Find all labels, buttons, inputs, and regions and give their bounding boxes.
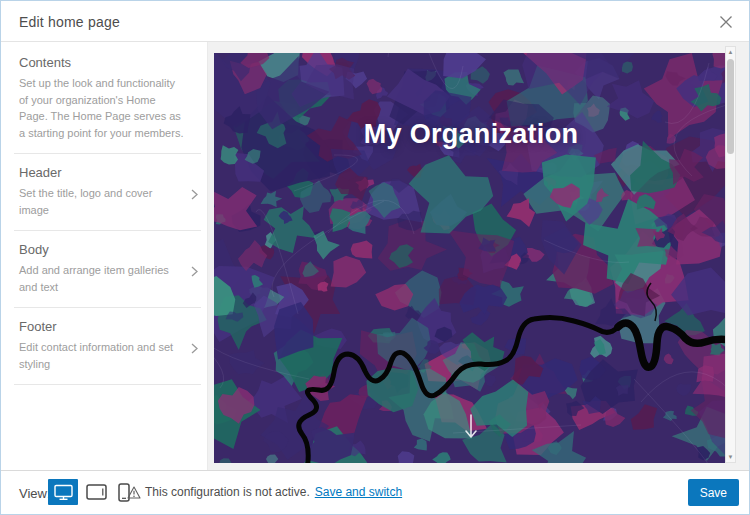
chevron-right-icon (191, 263, 198, 281)
choropleth-map (214, 53, 728, 463)
dialog-titlebar: Edit home page (1, 1, 749, 42)
contents-title: Contents (19, 55, 187, 70)
header-item-description: Set the title, logo and cover image (19, 185, 181, 218)
chevron-right-icon (191, 340, 198, 358)
preview-scrollbar[interactable]: ▲ ▼ (725, 46, 736, 463)
header-item-title: Header (19, 165, 181, 180)
save-and-switch-link[interactable]: Save and switch (315, 485, 402, 499)
desktop-view-button[interactable] (48, 479, 78, 505)
close-icon (719, 15, 733, 29)
divider (14, 384, 201, 385)
scrollbar-up-arrow[interactable]: ▲ (726, 47, 735, 57)
tablet-view-button[interactable] (81, 479, 111, 505)
close-button[interactable] (714, 10, 738, 34)
desktop-icon (54, 484, 73, 501)
contents-description: Set up the look and functionality of you… (19, 75, 187, 141)
sidebar-item-body[interactable]: Body Add and arrange item galleries and … (1, 231, 207, 307)
dialog-footer-bar: View: This configuration is not active. … (1, 470, 749, 514)
chevron-right-icon (191, 186, 198, 204)
footer-item-description: Edit contact information and set styling (19, 339, 181, 372)
scrollbar-down-arrow[interactable]: ▼ (726, 452, 735, 462)
footer-item-title: Footer (19, 319, 181, 334)
scroll-down-arrow-icon (463, 413, 479, 445)
dialog-title: Edit home page (19, 14, 120, 30)
warning-text: This configuration is not active. (145, 485, 310, 499)
view-label: View: (19, 486, 51, 501)
save-button[interactable]: Save (688, 479, 739, 506)
view-device-toggle (48, 479, 137, 505)
edit-home-page-dialog: Edit home page Contents Set up the look … (0, 0, 750, 515)
sidebar-section-contents: Contents Set up the look and functionali… (1, 42, 207, 153)
body-item-title: Body (19, 242, 181, 257)
warning-triangle-icon (127, 486, 141, 499)
body-item-description: Add and arrange item galleries and text (19, 262, 181, 295)
scrollbar-thumb[interactable] (727, 59, 734, 154)
cover-map-image: My Organization (214, 53, 728, 463)
organization-title: My Organization (214, 119, 728, 150)
sidebar-item-footer[interactable]: Footer Edit contact information and set … (1, 308, 207, 384)
configuration-warning: This configuration is not active. Save a… (127, 485, 402, 499)
settings-sidebar: Contents Set up the look and functionali… (1, 42, 207, 471)
home-page-preview-panel[interactable]: My Organization ▲ ▼ (207, 42, 749, 471)
sidebar-item-header[interactable]: Header Set the title, logo and cover ima… (1, 154, 207, 230)
tablet-icon (86, 484, 107, 500)
